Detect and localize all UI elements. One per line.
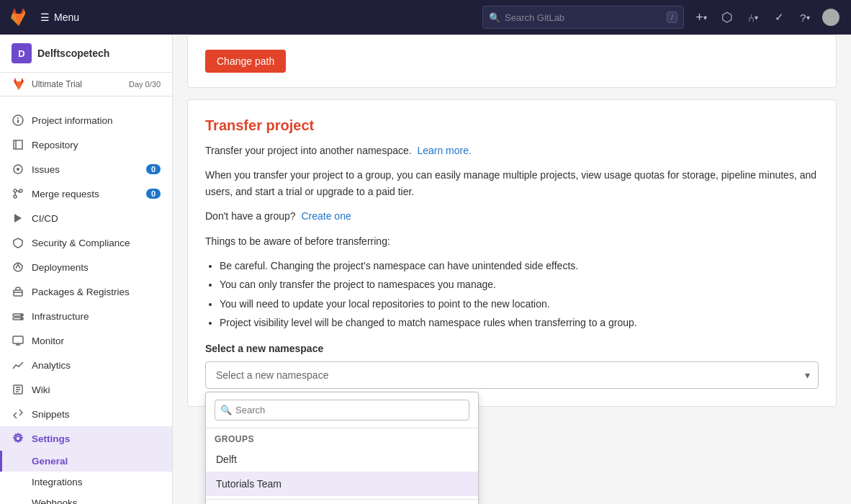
sub-item-label: General [32, 456, 68, 467]
sidebar-item-label: Analytics [32, 360, 161, 371]
avatar [822, 9, 839, 26]
dropdown-search-area: 🔍 [206, 392, 478, 428]
transfer-title: Transfer project [205, 117, 819, 134]
transfer-desc1: Transfer your project into another names… [205, 143, 819, 158]
change-path-button[interactable]: Change path [205, 50, 286, 73]
sidebar-item-label: Packages & Registries [32, 287, 161, 297]
issues-icon [12, 163, 24, 176]
sidebar-item-issues[interactable]: Issues 0 [0, 157, 172, 181]
trial-banner: Ultimate Trial Day 0/30 [0, 73, 172, 96]
menu-button[interactable]: ☰ Menu [35, 7, 85, 27]
sidebar-item-monitor[interactable]: Monitor [0, 328, 172, 353]
plus-dropdown-icon: ▾ [703, 14, 707, 22]
monitor-icon [12, 334, 24, 347]
transfer-desc1-text: Transfer your project into another names… [205, 145, 412, 156]
project-information-icon [12, 114, 24, 127]
sidebar-item-packages[interactable]: Packages & Registries [0, 279, 172, 304]
help-icon: ? [800, 12, 806, 24]
sidebar-item-label: CI/CD [32, 213, 161, 224]
org-avatar: D [12, 43, 32, 63]
sidebar-item-label: Settings [32, 433, 161, 444]
sidebar-item-merge-requests[interactable]: Merge requests 0 [0, 181, 172, 206]
merge-requests-button[interactable]: ⑃ ▾ [742, 6, 765, 29]
wiki-icon [12, 383, 24, 396]
settings-icon [12, 432, 24, 445]
change-path-section: Change path [187, 35, 837, 88]
sidebar-item-repository[interactable]: Repository [0, 132, 172, 157]
sidebar-sub-item-integrations[interactable]: Integrations [0, 472, 172, 492]
things-header: Things to be aware of before transferrin… [205, 233, 819, 249]
deployments-icon [12, 261, 24, 274]
svg-point-24 [16, 436, 20, 441]
dropdown-search-input-wrap: 🔍 [215, 400, 469, 420]
svg-point-6 [14, 189, 17, 192]
svg-point-8 [19, 189, 22, 192]
plus-icon: + [695, 10, 703, 25]
create-one-link[interactable]: Create one [301, 210, 351, 222]
groups-section-label: Groups [206, 428, 478, 447]
bullet-3: Project visibility level will be changed… [220, 315, 819, 330]
sidebar-item-security-compliance[interactable]: Security & Compliance [0, 230, 172, 255]
svg-rect-1 [17, 120, 19, 123]
transfer-bullets: Be careful. Changing the project's names… [220, 258, 819, 331]
sidebar-item-infrastructure[interactable]: Infrastructure [0, 304, 172, 328]
sidebar-sub-item-webhooks[interactable]: Webhooks [0, 492, 172, 504]
svg-point-7 [14, 195, 17, 198]
security-icon [12, 236, 24, 249]
trial-name: Ultimate Trial [32, 79, 123, 89]
search-icon: 🔍 [489, 12, 500, 23]
sidebar-item-label: Repository [32, 140, 161, 150]
dropdown-item-delft[interactable]: Delft [206, 447, 478, 472]
sidebar-item-wiki[interactable]: Wiki [0, 377, 172, 402]
dropdown-item-tutorials-team[interactable]: Tutorials Team [206, 472, 478, 496]
svg-point-2 [17, 117, 19, 119]
sidebar-item-label: Wiki [32, 384, 161, 395]
sidebar-item-cicd[interactable]: CI/CD [0, 206, 172, 230]
packages-icon [12, 285, 24, 298]
search-input[interactable] [505, 12, 662, 23]
sub-item-label: Integrations [32, 477, 83, 487]
sidebar-nav: Project information Repository Issues 0 [0, 102, 172, 504]
select-namespace-label: Select a new namespace [205, 343, 819, 354]
topnav-actions: + ▾ ⬡ ⑃ ▾ ✓ ? ▾ [690, 6, 842, 29]
create-button[interactable]: + ▾ [690, 6, 713, 29]
search-bar[interactable]: 🔍 / [482, 6, 684, 29]
sidebar: D Delftscopetech Ultimate Trial Day 0/30… [0, 35, 173, 504]
merge-dropdown-icon: ▾ [755, 14, 758, 22]
org-name: Delftscopetech [37, 48, 109, 59]
dropdown-search-input[interactable] [215, 400, 469, 420]
user-avatar-button[interactable] [819, 6, 842, 29]
analytics-icon [12, 359, 24, 372]
search-shortcut: / [667, 12, 677, 23]
sidebar-item-project-information[interactable]: Project information [0, 108, 172, 132]
sidebar-item-label: Snippets [32, 409, 161, 420]
sub-item-label: Webhooks [32, 498, 78, 504]
svg-rect-11 [14, 290, 22, 296]
sidebar-item-deployments[interactable]: Deployments [0, 255, 172, 279]
code-review-icon: ⬡ [721, 9, 733, 25]
gitlab-small-logo [12, 77, 26, 91]
sidebar-item-settings[interactable]: Settings [0, 426, 172, 451]
sidebar-item-label: Merge requests [32, 189, 139, 199]
sidebar-item-snippets[interactable]: Snippets [0, 402, 172, 426]
svg-marker-10 [14, 214, 22, 222]
learn-more-link[interactable]: Learn more. [417, 145, 471, 156]
sidebar-item-analytics[interactable]: Analytics [0, 353, 172, 377]
dropdown-divider [206, 499, 478, 500]
topnav: ☰ Menu 🔍 / + ▾ ⬡ ⑃ ▾ ✓ ? ▾ [0, 0, 851, 35]
sidebar-org-header: D Delftscopetech [0, 35, 172, 73]
dont-have-group-text: Don't have a group? [205, 210, 296, 222]
sidebar-sub-item-general[interactable]: General [0, 451, 172, 472]
svg-point-15 [21, 315, 22, 316]
todos-button[interactable]: ✓ [767, 6, 791, 29]
namespace-select[interactable]: Select a new namespace [205, 361, 819, 389]
hamburger-icon: ☰ [40, 12, 50, 23]
sidebar-item-label: Issues [32, 164, 139, 175]
transfer-desc2: When you transfer your project to a grou… [205, 167, 819, 199]
help-button[interactable]: ? ▾ [793, 6, 816, 29]
merge-requests-icon [12, 187, 24, 200]
cicd-icon [12, 212, 24, 225]
merge-icon: ⑃ [748, 12, 755, 24]
code-review-button[interactable]: ⬡ [716, 6, 739, 29]
sidebar-item-label: Project information [32, 115, 161, 126]
